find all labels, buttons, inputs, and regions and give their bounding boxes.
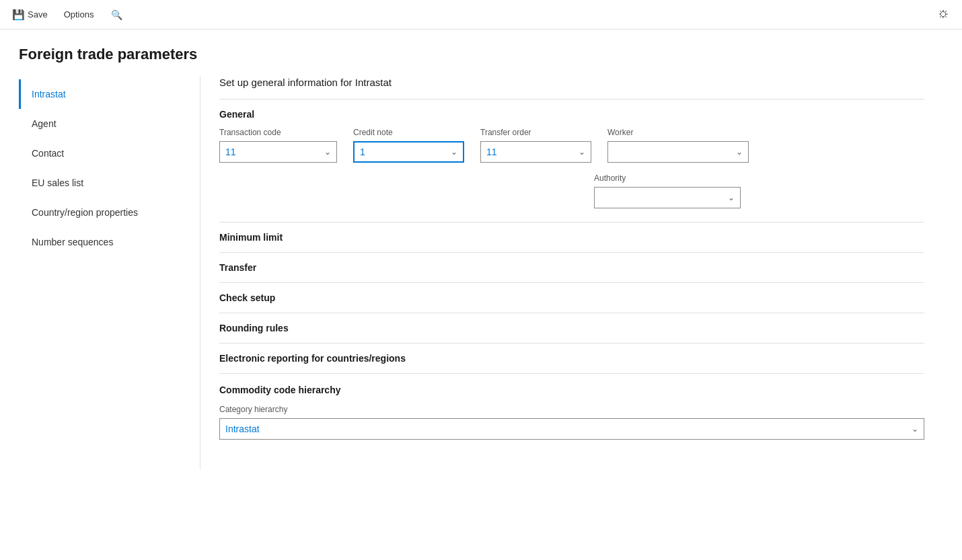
minimum-limit-section[interactable]: Minimum limit: [219, 223, 924, 252]
electronic-reporting-section[interactable]: Electronic reporting for countries/regio…: [219, 344, 924, 373]
sidebar-item-contact[interactable]: Contact: [19, 138, 200, 168]
category-hierarchy-group: Category hierarchy Intrastat ⌄: [219, 405, 924, 440]
transfer-order-value: 11: [486, 147, 576, 157]
transfer-section[interactable]: Transfer: [219, 253, 924, 282]
save-button[interactable]: 💾 Save: [5, 5, 54, 25]
worker-label: Worker: [607, 128, 749, 137]
settings-icon-button[interactable]: ⛭: [931, 3, 957, 26]
page-title: Foreign trade parameters: [19, 46, 943, 63]
transfer-order-label: Transfer order: [480, 128, 591, 137]
transfer-title: Transfer: [219, 262, 256, 273]
toolbar: 💾 Save Options 🔍 ⛭: [0, 0, 962, 30]
authority-label: Authority: [594, 173, 741, 183]
credit-note-select[interactable]: 1 ⌄: [353, 141, 464, 163]
commodity-section: Commodity code hierarchy Category hierar…: [219, 374, 924, 450]
transfer-order-chevron: ⌄: [579, 147, 585, 157]
options-button[interactable]: Options: [57, 5, 101, 24]
transaction-code-group: Transaction code 11 ⌄: [219, 128, 337, 163]
main-content: Set up general information for Intrastat…: [200, 77, 943, 469]
general-title: General: [219, 109, 254, 120]
sidebar-item-country-region[interactable]: Country/region properties: [19, 198, 200, 227]
sidebar-item-contact-label: Contact: [32, 148, 64, 159]
transaction-code-select[interactable]: 11 ⌄: [219, 141, 337, 163]
credit-note-value: 1: [360, 147, 448, 157]
check-setup-title: Check setup: [219, 292, 275, 303]
authority-select[interactable]: ⌄: [594, 187, 741, 208]
authority-group: Authority ⌄: [594, 173, 741, 208]
settings-icon: ⛭: [938, 7, 950, 21]
worker-chevron: ⌄: [736, 147, 743, 157]
sidebar-item-eu-sales-list-label: EU sales list: [32, 177, 83, 188]
sidebar-item-eu-sales-list[interactable]: EU sales list: [19, 168, 200, 198]
category-hierarchy-chevron: ⌄: [912, 424, 918, 434]
transaction-code-chevron: ⌄: [324, 147, 331, 157]
page-container: Foreign trade parameters Intrastat Agent…: [0, 30, 962, 469]
sidebar-item-agent[interactable]: Agent: [19, 109, 200, 138]
fields-row: Transaction code 11 ⌄ Credit note 1 ⌄: [219, 128, 924, 163]
electronic-reporting-title: Electronic reporting for countries/regio…: [219, 353, 406, 364]
category-hierarchy-value: Intrastat: [225, 424, 912, 434]
save-icon: 💾: [12, 9, 25, 21]
category-hierarchy-select[interactable]: Intrastat ⌄: [219, 418, 924, 440]
transfer-order-select[interactable]: 11 ⌄: [480, 141, 591, 163]
credit-note-chevron: ⌄: [451, 147, 457, 157]
content-layout: Intrastat Agent Contact EU sales list Co…: [19, 77, 943, 469]
sidebar-item-number-sequences-label: Number sequences: [32, 237, 113, 247]
sidebar-item-agent-label: Agent: [32, 118, 57, 129]
credit-note-group: Credit note 1 ⌄: [353, 128, 464, 163]
section-intro-text: Set up general information for Intrastat: [219, 77, 392, 88]
sidebar-item-intrastat-label: Intrastat: [32, 89, 66, 99]
rounding-rules-section[interactable]: Rounding rules: [219, 313, 924, 343]
transaction-code-label: Transaction code: [219, 128, 337, 137]
toolbar-right: ⛭: [931, 3, 957, 26]
transaction-code-value: 11: [225, 147, 322, 157]
sidebar-item-country-region-label: Country/region properties: [32, 207, 138, 218]
check-setup-section[interactable]: Check setup: [219, 283, 924, 313]
rounding-rules-title: Rounding rules: [219, 323, 289, 333]
authority-chevron: ⌄: [728, 193, 735, 202]
general-section: General Transaction code 11 ⌄ Credit not…: [219, 99, 924, 222]
credit-note-label: Credit note: [353, 128, 464, 137]
search-button[interactable]: 🔍: [106, 5, 128, 24]
options-label: Options: [64, 9, 94, 19]
search-icon: 🔍: [111, 9, 122, 20]
worker-group: Worker ⌄: [607, 128, 749, 163]
fields-row-2: Authority ⌄: [219, 173, 924, 208]
sidebar-item-number-sequences[interactable]: Number sequences: [19, 227, 200, 257]
worker-select[interactable]: ⌄: [607, 141, 749, 163]
sidebar-item-intrastat[interactable]: Intrastat: [19, 79, 200, 109]
sidebar-nav: Intrastat Agent Contact EU sales list Co…: [19, 77, 200, 469]
minimum-limit-title: Minimum limit: [219, 232, 283, 243]
category-hierarchy-label: Category hierarchy: [219, 405, 924, 414]
save-label: Save: [28, 9, 48, 19]
transfer-order-group: Transfer order 11 ⌄: [480, 128, 591, 163]
commodity-title: Commodity code hierarchy: [219, 385, 341, 395]
